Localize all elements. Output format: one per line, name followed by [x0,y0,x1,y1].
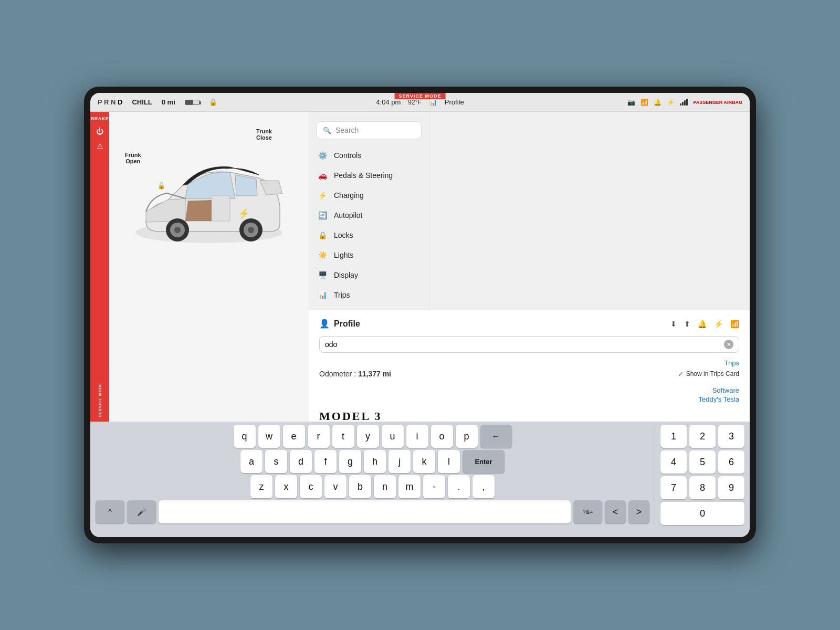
controls-label: Controls [334,151,361,160]
key-space[interactable] [159,500,571,523]
menu-item-controls[interactable]: ⚙️ Controls [309,145,429,165]
key-i[interactable]: i [406,425,428,448]
key-z[interactable]: z [250,475,272,498]
tablet-screen: SERVICE MODE P R N D CHILL 0 mi 🔒 4:04 p… [90,93,750,537]
key-a[interactable]: a [240,450,262,473]
show-in-trips-label: Show in Trips Card [686,370,739,377]
key-9[interactable]: 9 [718,476,744,499]
menu-item-pedals[interactable]: 🚗 Pedals & Steering [309,165,429,185]
key-g[interactable]: g [339,450,361,473]
menu-item-trips[interactable]: 📊 Trips [309,285,429,305]
key-7[interactable]: 7 [660,476,687,499]
profile-button[interactable]: Profile [445,98,464,106]
profile-search-field[interactable]: odo ✕ [319,336,739,353]
key-u[interactable]: u [382,425,404,448]
trips-card-checkbox[interactable]: ✓ Show in Trips Card [678,370,739,378]
key-1[interactable]: 1 [660,425,687,448]
search-box[interactable]: 🔍 Search [316,121,422,139]
key-l[interactable]: l [438,450,460,473]
menu-item-charging[interactable]: ⚡ Charging [309,185,429,205]
key-n[interactable]: n [374,475,396,498]
key-p[interactable]: p [456,425,478,448]
warning-icon[interactable]: ⚠ [95,141,104,151]
wifi-icon: 📶 [640,99,648,106]
menu-item-display[interactable]: 🖥️ Display [309,265,429,285]
profile-header: 👤 Profile ⬇ ⬆ 🔔 ⚡ 📶 [319,319,739,329]
key-3[interactable]: 3 [718,425,744,448]
key-0[interactable]: 0 [660,502,744,525]
svg-point-3 [174,227,181,233]
key-c[interactable]: c [300,475,322,498]
menu-item-lights[interactable]: ☀️ Lights [309,245,429,265]
key-s[interactable]: s [265,450,287,473]
upload-icon[interactable]: ⬆ [684,320,690,328]
key-t[interactable]: t [332,425,354,448]
key-6[interactable]: 6 [718,450,744,474]
key-w[interactable]: w [258,425,280,448]
key-enter[interactable]: Enter [463,450,505,473]
trunk-label[interactable]: Trunk Close [256,128,272,141]
key-comma[interactable]: , [472,475,495,498]
bell-icon[interactable]: 🔔 [698,320,707,328]
left-sidebar: BRAKE ⏻ ⚠ SERVICE MODE [90,112,109,422]
tablet-device: SERVICE MODE P R N D CHILL 0 mi 🔒 4:04 p… [84,87,756,543]
status-left: P R N D CHILL 0 mi 🔒 [98,98,217,106]
signal-profile-icon[interactable]: 📶 [730,320,739,328]
key-backspace[interactable]: ← [480,425,512,448]
search-placeholder: Search [335,126,359,134]
menu-item-autopilot[interactable]: 🔄 Autopilot [309,205,429,225]
key-5[interactable]: 5 [689,450,716,474]
key-j[interactable]: j [388,450,411,473]
keyboard-area: q w e r t y u i o p ← a [90,422,750,537]
pedals-icon: 🚗 [317,170,328,181]
signal-bar-4 [686,99,688,106]
key-f[interactable]: f [314,450,337,473]
key-h[interactable]: h [364,450,386,473]
bluetooth-icon: ⚡ [667,99,675,106]
key-8[interactable]: 8 [689,476,716,499]
trips-link-container: Trips [319,358,739,368]
key-v[interactable]: v [324,475,346,498]
profile-search-input[interactable]: odo [325,340,724,349]
key-symbols[interactable]: ?&= [573,500,602,523]
keyboard-numpad: 1 2 3 4 5 6 7 8 9 0 [660,425,744,525]
key-k[interactable]: k [413,450,435,473]
key-period[interactable]: . [448,475,470,498]
brake-label: BRAKE [91,116,109,121]
software-link[interactable]: Software [319,386,739,394]
temp-display: 92°F [408,99,421,106]
bluetooth-profile-icon[interactable]: ⚡ [714,320,723,328]
key-right-arrow[interactable]: > [628,500,649,523]
key-r[interactable]: r [308,425,330,448]
clear-search-button[interactable]: ✕ [724,340,733,349]
key-mic[interactable]: 🎤 [127,500,156,523]
menu-item-locks[interactable]: 🔒 Locks [309,225,429,245]
download-icon[interactable]: ⬇ [670,320,677,328]
svg-point-6 [248,227,254,233]
car-name-link[interactable]: Teddy's Tesla [319,395,739,403]
status-right: 📷 📶 🔔 ⚡ PASSENGER AIRBAG [627,99,742,106]
key-o[interactable]: o [431,425,453,448]
key-y[interactable]: y [357,425,379,448]
key-2[interactable]: 2 [689,425,716,448]
notification-icon: 🔔 [654,99,662,106]
key-d[interactable]: d [290,450,312,473]
key-x[interactable]: x [275,475,297,498]
key-q[interactable]: q [234,425,256,448]
key-b[interactable]: b [349,475,371,498]
trips-icon: 📊 [317,290,328,300]
signal-bars [680,99,688,106]
key-shift[interactable]: ^ [96,500,124,523]
menu-panel: 🔍 Search ⚙️ Controls 🚗 Pedals & Steering… [309,112,429,310]
odometer-label: Odometer : 11,377 mi [319,370,391,378]
passenger-airbag-label: PASSENGER AIRBAG [693,100,742,105]
keyboard-row-1: q w e r t y u i o p ← [96,425,649,448]
power-icon[interactable]: ⏻ [95,127,104,136]
search-icon: 🔍 [323,127,331,134]
trips-link[interactable]: Trips [724,359,739,367]
key-left-arrow[interactable]: < [605,500,626,523]
key-m[interactable]: m [398,475,421,498]
key-dash[interactable]: - [423,475,445,498]
key-4[interactable]: 4 [660,450,687,474]
key-e[interactable]: e [283,425,305,448]
